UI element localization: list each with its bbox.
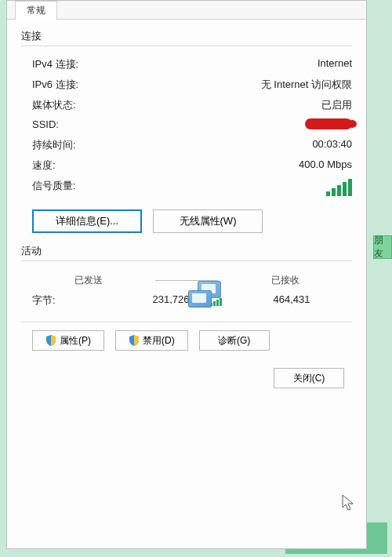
details-button[interactable]: 详细信息(E)... bbox=[32, 209, 142, 233]
activity-block: 已发送 已接收 字节: 231,726 464,431 bbox=[21, 269, 352, 319]
connection-section-label: 连接 bbox=[21, 29, 352, 43]
value-signal-quality bbox=[326, 179, 352, 198]
properties-button-label: 属性(P) bbox=[60, 334, 91, 348]
value-ipv4: Internet bbox=[318, 57, 352, 71]
label-speed: 速度: bbox=[32, 158, 56, 173]
label-ipv4: IPv4 连接: bbox=[32, 57, 78, 71]
value-ipv6: 无 Internet 访问权限 bbox=[261, 78, 352, 92]
row-signal-quality: 信号质量: bbox=[21, 176, 352, 202]
row-media-state: 媒体状态: 已启用 bbox=[21, 95, 352, 115]
disable-button[interactable]: 禁用(D) bbox=[115, 330, 188, 351]
tab-general[interactable]: 常规 bbox=[15, 1, 57, 20]
bytes-row: 字节: 231,726 464,431 bbox=[21, 287, 352, 319]
divider bbox=[21, 260, 352, 261]
label-ssid: SSID: bbox=[32, 118, 59, 132]
connection-buttons: 详细信息(E)... 无线属性(W) bbox=[21, 202, 352, 244]
bytes-label: 字节: bbox=[32, 293, 111, 308]
ssid-redacted-icon bbox=[305, 118, 352, 129]
label-duration: 持续时间: bbox=[32, 138, 76, 152]
divider bbox=[21, 46, 352, 46]
value-media-state: 已启用 bbox=[321, 98, 352, 112]
label-media-state: 媒体状态: bbox=[32, 98, 76, 112]
properties-button[interactable]: 属性(P) bbox=[32, 330, 104, 351]
label-signal-quality: 信号质量: bbox=[32, 179, 76, 198]
divider bbox=[21, 322, 352, 322]
close-button[interactable]: 关闭(C) bbox=[274, 368, 344, 388]
row-speed: 速度: 400.0 Mbps bbox=[21, 155, 352, 176]
value-duration: 00:03:40 bbox=[312, 138, 352, 152]
label-ipv6: IPv6 连接: bbox=[32, 78, 78, 92]
diagnose-button-label: 诊断(G) bbox=[218, 334, 250, 348]
dialog-body: 连接 IPv4 连接: Internet IPv6 连接: 无 Internet… bbox=[7, 20, 366, 395]
signal-bars-icon bbox=[326, 179, 352, 196]
value-ssid bbox=[305, 118, 352, 132]
recv-label: 已接收 bbox=[218, 274, 352, 287]
row-ipv6: IPv6 连接: 无 Internet 访问权限 bbox=[21, 75, 352, 95]
line-icon bbox=[155, 280, 187, 281]
row-duration: 持续时间: 00:03:40 bbox=[21, 135, 352, 155]
diagnose-button[interactable]: 诊断(G) bbox=[199, 330, 270, 351]
bottom-actions: 属性(P) 禁用(D) 诊断(G) bbox=[21, 330, 352, 359]
activity-header: 已发送 已接收 bbox=[21, 274, 352, 287]
disable-button-label: 禁用(D) bbox=[143, 334, 175, 348]
wireless-properties-button[interactable]: 无线属性(W) bbox=[153, 209, 263, 233]
shield-icon bbox=[129, 335, 140, 346]
tab-strip: 常规 bbox=[7, 1, 366, 20]
row-ssid: SSID: bbox=[21, 115, 352, 135]
background-side-tab: 朋友 bbox=[373, 235, 392, 259]
activity-section-label: 活动 bbox=[21, 244, 352, 258]
wifi-status-dialog: 常规 连接 IPv4 连接: Internet IPv6 连接: 无 Inter… bbox=[6, 0, 367, 549]
shield-icon bbox=[45, 335, 56, 346]
row-ipv4: IPv4 连接: Internet bbox=[21, 54, 352, 75]
sent-label: 已发送 bbox=[21, 274, 155, 287]
close-row: 关闭(C) bbox=[21, 359, 352, 388]
bytes-recv: 464,431 bbox=[231, 293, 352, 308]
value-speed: 400.0 Mbps bbox=[299, 158, 352, 173]
